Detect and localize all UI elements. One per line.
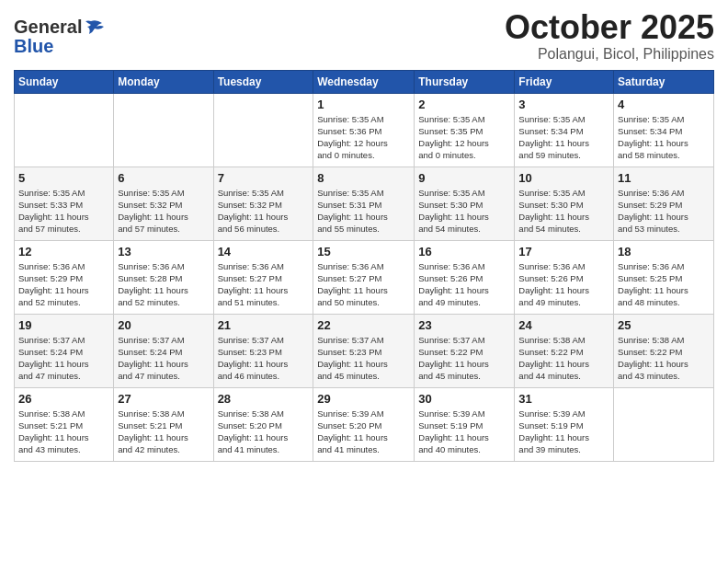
day-info: Sunrise: 5:35 AM Sunset: 5:34 PM Dayligh…: [618, 113, 710, 162]
calendar-day-10: 10Sunrise: 5:35 AM Sunset: 5:30 PM Dayli…: [515, 167, 614, 240]
calendar-day-13: 13Sunrise: 5:36 AM Sunset: 5:28 PM Dayli…: [114, 240, 213, 314]
day-info: Sunrise: 5:36 AM Sunset: 5:28 PM Dayligh…: [118, 260, 209, 309]
day-info: Sunrise: 5:35 AM Sunset: 5:32 PM Dayligh…: [218, 187, 310, 236]
day-info: Sunrise: 5:37 AM Sunset: 5:23 PM Dayligh…: [218, 334, 310, 383]
day-info: Sunrise: 5:37 AM Sunset: 5:22 PM Dayligh…: [418, 334, 510, 383]
day-number: 8: [317, 171, 410, 185]
calendar-day-19: 19Sunrise: 5:37 AM Sunset: 5:24 PM Dayli…: [15, 314, 114, 387]
weekday-header-sunday: Sunday: [15, 70, 114, 93]
day-number: 15: [317, 245, 410, 259]
weekday-header-thursday: Thursday: [415, 70, 515, 93]
page: General Blue October 2025 Polangui, Bico…: [0, 0, 728, 563]
day-info: Sunrise: 5:38 AM Sunset: 5:21 PM Dayligh…: [118, 408, 209, 456]
day-number: 11: [618, 171, 710, 185]
day-info: Sunrise: 5:37 AM Sunset: 5:23 PM Dayligh…: [317, 334, 410, 383]
calendar-day-21: 21Sunrise: 5:37 AM Sunset: 5:23 PM Dayli…: [213, 314, 313, 387]
header: General Blue October 2025 Polangui, Bico…: [14, 9, 714, 63]
calendar-day-28: 28Sunrise: 5:38 AM Sunset: 5:20 PM Dayli…: [213, 387, 313, 461]
calendar-empty-cell: [213, 93, 313, 167]
day-number: 17: [518, 245, 609, 259]
day-number: 23: [418, 318, 510, 332]
day-number: 27: [118, 392, 209, 406]
calendar-day-16: 16Sunrise: 5:36 AM Sunset: 5:26 PM Dayli…: [415, 240, 515, 314]
day-number: 21: [218, 318, 310, 332]
day-info: Sunrise: 5:39 AM Sunset: 5:20 PM Dayligh…: [317, 408, 410, 456]
day-info: Sunrise: 5:36 AM Sunset: 5:26 PM Dayligh…: [418, 260, 510, 309]
calendar-day-30: 30Sunrise: 5:39 AM Sunset: 5:19 PM Dayli…: [415, 387, 515, 461]
day-info: Sunrise: 5:35 AM Sunset: 5:30 PM Dayligh…: [418, 187, 510, 236]
day-number: 1: [317, 98, 410, 111]
calendar-day-3: 3Sunrise: 5:35 AM Sunset: 5:34 PM Daylig…: [515, 93, 614, 167]
calendar-day-20: 20Sunrise: 5:37 AM Sunset: 5:24 PM Dayli…: [114, 314, 213, 387]
day-info: Sunrise: 5:38 AM Sunset: 5:21 PM Dayligh…: [18, 408, 109, 456]
logo-general: General: [14, 17, 82, 38]
day-number: 4: [618, 98, 710, 111]
logo: General Blue: [14, 17, 104, 57]
day-number: 12: [18, 245, 109, 259]
calendar-day-9: 9Sunrise: 5:35 AM Sunset: 5:30 PM Daylig…: [415, 167, 515, 240]
calendar-day-22: 22Sunrise: 5:37 AM Sunset: 5:23 PM Dayli…: [313, 314, 415, 387]
day-info: Sunrise: 5:36 AM Sunset: 5:27 PM Dayligh…: [218, 260, 310, 309]
day-number: 24: [518, 318, 609, 332]
calendar-day-18: 18Sunrise: 5:36 AM Sunset: 5:25 PM Dayli…: [614, 240, 714, 314]
day-number: 7: [218, 171, 310, 185]
day-number: 13: [118, 245, 209, 259]
day-info: Sunrise: 5:35 AM Sunset: 5:31 PM Dayligh…: [317, 187, 410, 236]
day-number: 29: [317, 392, 410, 406]
weekday-header-wednesday: Wednesday: [313, 70, 415, 93]
day-number: 26: [18, 392, 109, 406]
calendar-table: SundayMondayTuesdayWednesdayThursdayFrid…: [14, 70, 714, 462]
title-block: October 2025 Polangui, Bicol, Philippine…: [505, 9, 714, 63]
day-info: Sunrise: 5:36 AM Sunset: 5:26 PM Dayligh…: [518, 260, 609, 309]
calendar-empty-cell: [15, 93, 114, 167]
day-info: Sunrise: 5:37 AM Sunset: 5:24 PM Dayligh…: [118, 334, 209, 383]
day-number: 16: [418, 245, 510, 259]
calendar-week-row: 26Sunrise: 5:38 AM Sunset: 5:21 PM Dayli…: [15, 387, 714, 461]
day-info: Sunrise: 5:36 AM Sunset: 5:25 PM Dayligh…: [618, 260, 710, 309]
day-number: 5: [18, 171, 109, 185]
day-number: 28: [218, 392, 310, 406]
calendar-day-24: 24Sunrise: 5:38 AM Sunset: 5:22 PM Dayli…: [515, 314, 614, 387]
day-number: 20: [118, 318, 209, 332]
day-number: 31: [518, 392, 609, 406]
calendar-day-26: 26Sunrise: 5:38 AM Sunset: 5:21 PM Dayli…: [15, 387, 114, 461]
day-info: Sunrise: 5:36 AM Sunset: 5:27 PM Dayligh…: [317, 260, 410, 309]
calendar-week-row: 12Sunrise: 5:36 AM Sunset: 5:29 PM Dayli…: [15, 240, 714, 314]
day-number: 25: [618, 318, 710, 332]
calendar-empty-cell: [114, 93, 213, 167]
day-info: Sunrise: 5:39 AM Sunset: 5:19 PM Dayligh…: [418, 408, 510, 456]
day-number: 14: [218, 245, 310, 259]
calendar-day-29: 29Sunrise: 5:39 AM Sunset: 5:20 PM Dayli…: [313, 387, 415, 461]
logo-bird-icon: [84, 19, 104, 36]
weekday-header-tuesday: Tuesday: [213, 70, 313, 93]
logo-blue: Blue: [14, 36, 53, 57]
calendar-empty-cell: [614, 387, 714, 461]
day-info: Sunrise: 5:38 AM Sunset: 5:22 PM Dayligh…: [618, 334, 710, 383]
day-number: 30: [418, 392, 510, 406]
day-info: Sunrise: 5:35 AM Sunset: 5:34 PM Dayligh…: [518, 113, 609, 162]
day-number: 10: [518, 171, 609, 185]
day-info: Sunrise: 5:37 AM Sunset: 5:24 PM Dayligh…: [18, 334, 109, 383]
day-info: Sunrise: 5:36 AM Sunset: 5:29 PM Dayligh…: [618, 187, 710, 236]
calendar-week-row: 1Sunrise: 5:35 AM Sunset: 5:36 PM Daylig…: [15, 93, 714, 167]
day-info: Sunrise: 5:35 AM Sunset: 5:36 PM Dayligh…: [317, 113, 410, 162]
day-info: Sunrise: 5:36 AM Sunset: 5:29 PM Dayligh…: [18, 260, 109, 309]
calendar-week-row: 5Sunrise: 5:35 AM Sunset: 5:33 PM Daylig…: [15, 167, 714, 240]
calendar-day-2: 2Sunrise: 5:35 AM Sunset: 5:35 PM Daylig…: [415, 93, 515, 167]
weekday-header-saturday: Saturday: [614, 70, 714, 93]
calendar-day-7: 7Sunrise: 5:35 AM Sunset: 5:32 PM Daylig…: [213, 167, 313, 240]
calendar-day-27: 27Sunrise: 5:38 AM Sunset: 5:21 PM Dayli…: [114, 387, 213, 461]
calendar-day-5: 5Sunrise: 5:35 AM Sunset: 5:33 PM Daylig…: [15, 167, 114, 240]
day-number: 22: [317, 318, 410, 332]
calendar-day-17: 17Sunrise: 5:36 AM Sunset: 5:26 PM Dayli…: [515, 240, 614, 314]
weekday-header-row: SundayMondayTuesdayWednesdayThursdayFrid…: [15, 70, 714, 93]
day-number: 3: [518, 98, 609, 111]
day-number: 9: [418, 171, 510, 185]
day-info: Sunrise: 5:35 AM Sunset: 5:30 PM Dayligh…: [518, 187, 609, 236]
calendar-day-25: 25Sunrise: 5:38 AM Sunset: 5:22 PM Dayli…: [614, 314, 714, 387]
calendar-day-12: 12Sunrise: 5:36 AM Sunset: 5:29 PM Dayli…: [15, 240, 114, 314]
calendar-day-23: 23Sunrise: 5:37 AM Sunset: 5:22 PM Dayli…: [415, 314, 515, 387]
day-number: 2: [418, 98, 510, 111]
calendar-week-row: 19Sunrise: 5:37 AM Sunset: 5:24 PM Dayli…: [15, 314, 714, 387]
calendar-day-1: 1Sunrise: 5:35 AM Sunset: 5:36 PM Daylig…: [313, 93, 415, 167]
